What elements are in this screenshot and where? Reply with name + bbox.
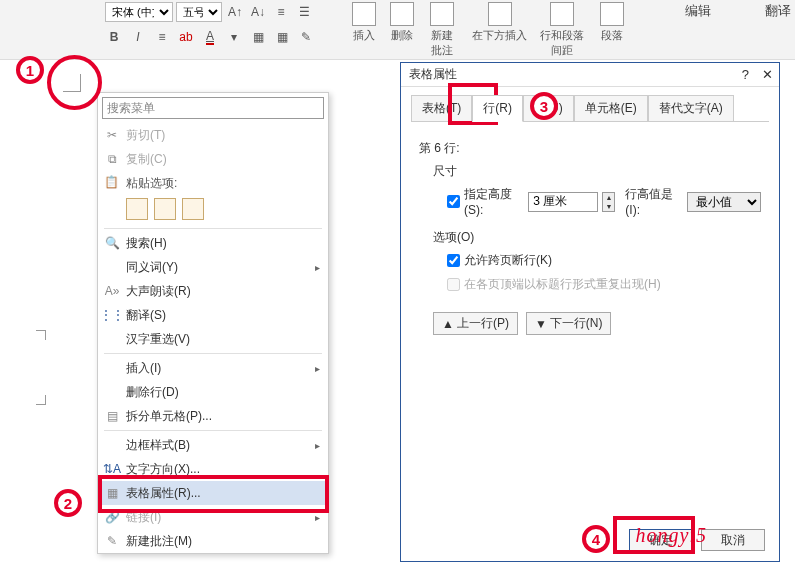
edit-menu-tab[interactable]: 编辑 xyxy=(685,2,711,20)
comment-icon xyxy=(430,2,454,26)
insert-group[interactable]: 插入 xyxy=(352,2,376,43)
page-corner xyxy=(63,74,81,92)
cancel-button[interactable]: 取消 xyxy=(701,529,765,551)
table-properties-dialog: 表格属性 ? ✕ 表格(T) 行(R) 列(U) 单元格(E) 替代文字(A) … xyxy=(400,62,780,562)
annotation-number-1: 1 xyxy=(16,56,44,84)
menu-table-properties[interactable]: ▦表格属性(R)... xyxy=(98,481,328,505)
height-is-label: 行高值是(I): xyxy=(625,186,682,217)
paste-options xyxy=(98,194,328,226)
next-row-button[interactable]: ▼下一行(N) xyxy=(526,312,612,335)
spacing-icon xyxy=(550,2,574,26)
search-icon: 🔍 xyxy=(104,235,120,251)
shrink-font-icon[interactable]: A↓ xyxy=(248,2,268,22)
menu-copy: ⧉复制(C) xyxy=(98,147,328,171)
paste-icon: 📋 xyxy=(104,175,119,189)
help-icon[interactable]: ? xyxy=(742,67,749,82)
menu-synonyms[interactable]: 同义词(Y)▸ xyxy=(98,255,328,279)
split-icon: ▤ xyxy=(104,408,120,424)
dialog-title: 表格属性 xyxy=(409,66,457,83)
dialog-tabs: 表格(T) 行(R) 列(U) 单元格(E) 替代文字(A) xyxy=(401,87,779,122)
align-icon[interactable]: ≡ xyxy=(153,28,171,46)
table-props-icon: ▦ xyxy=(104,485,120,501)
format-painter-icon[interactable]: ✎ xyxy=(297,28,315,46)
menu-cjk[interactable]: 汉字重选(V) xyxy=(98,327,328,351)
numbering-icon[interactable]: ☰ xyxy=(294,2,314,22)
chevron-right-icon: ▸ xyxy=(315,512,320,523)
tab-table[interactable]: 表格(T) xyxy=(411,95,472,122)
menu-insert[interactable]: 插入(I)▸ xyxy=(98,356,328,380)
row-header-label: 第 6 行: xyxy=(419,140,761,157)
link-icon: 🔗 xyxy=(104,509,120,525)
tab-row[interactable]: 行(R) xyxy=(472,95,523,122)
chevron-right-icon: ▸ xyxy=(315,363,320,374)
page-corner xyxy=(36,395,46,405)
translate-menu-tab[interactable]: 翻译 xyxy=(765,2,791,20)
shading-icon[interactable]: ▦ xyxy=(249,28,267,46)
prev-row-button[interactable]: ▲上一行(P) xyxy=(433,312,518,335)
menu-translate[interactable]: ⋮⋮翻译(S) xyxy=(98,303,328,327)
new-comment-group[interactable]: 新建 批注 xyxy=(430,2,454,58)
menu-border-style[interactable]: 边框样式(B)▸ xyxy=(98,433,328,457)
paste-keep-formatting-icon[interactable] xyxy=(126,198,148,220)
paste-merge-icon[interactable] xyxy=(154,198,176,220)
height-mode-select[interactable]: 最小值 xyxy=(687,192,761,212)
close-icon[interactable]: ✕ xyxy=(762,67,773,82)
delete-group[interactable]: 删除 xyxy=(390,2,414,43)
ribbon-toolbar: 宋体 (中文 五号 A↑ A↓ ≡ ☰ B I ≡ ab A ▾ ▦ ▦ ✎ 插… xyxy=(0,0,795,60)
annotation-number-4: 4 xyxy=(582,525,610,553)
tab-cell[interactable]: 单元格(E) xyxy=(574,95,648,122)
menu-new-comment[interactable]: ✎新建批注(M) xyxy=(98,529,328,553)
font-size-select[interactable]: 五号 xyxy=(176,2,222,22)
paragraph-icon xyxy=(600,2,624,26)
grow-font-icon[interactable]: A↑ xyxy=(225,2,245,22)
bold-icon[interactable]: B xyxy=(105,28,123,46)
menu-read-aloud[interactable]: A»大声朗读(R) xyxy=(98,279,328,303)
ok-button[interactable]: 确定 xyxy=(629,529,693,551)
triangle-up-icon: ▲ xyxy=(442,317,454,331)
allow-break-checkbox[interactable]: 允许跨页断行(K) xyxy=(447,252,552,269)
height-value-input[interactable] xyxy=(528,192,598,212)
spin-down-icon[interactable]: ▼ xyxy=(603,202,614,211)
chevron-right-icon: ▸ xyxy=(315,262,320,273)
insert-icon xyxy=(352,2,376,26)
size-label: 尺寸 xyxy=(433,163,761,180)
height-spinner[interactable]: ▲▼ xyxy=(602,192,615,212)
bullets-icon[interactable]: ≡ xyxy=(271,2,291,22)
copy-icon: ⧉ xyxy=(104,151,120,167)
delete-icon xyxy=(390,2,414,26)
context-menu: 搜索菜单 ✂剪切(T) ⧉复制(C) 📋粘贴选项: 🔍搜索(H) 同义词(Y)▸… xyxy=(97,92,329,554)
row-spacing-group[interactable]: 行和段落 间距 xyxy=(540,2,584,58)
tab-row-body: 第 6 行: 尺寸 指定高度(S): ▲▼ 行高值是(I): 最小值 选项(O)… xyxy=(411,121,769,347)
specify-height-checkbox[interactable]: 指定高度(S): xyxy=(447,186,524,217)
font-color-icon[interactable]: A xyxy=(201,28,219,46)
paste-options-label: 📋粘贴选项: xyxy=(98,171,328,194)
paste-text-only-icon[interactable] xyxy=(182,198,204,220)
insert-below-icon xyxy=(488,2,512,26)
options-label: 选项(O) xyxy=(433,229,761,246)
menu-search-item[interactable]: 🔍搜索(H) xyxy=(98,231,328,255)
speaker-icon: A» xyxy=(104,283,120,299)
italic-icon[interactable]: I xyxy=(129,28,147,46)
spin-up-icon[interactable]: ▲ xyxy=(603,193,614,202)
font-name-select[interactable]: 宋体 (中文 xyxy=(105,2,173,22)
menu-split-cells[interactable]: ▤拆分单元格(P)... xyxy=(98,404,328,428)
annotation-number-3: 3 xyxy=(530,92,558,120)
cut-icon: ✂ xyxy=(104,127,120,143)
menu-search-input[interactable]: 搜索菜单 xyxy=(102,97,324,119)
insert-below-group[interactable]: 在下方插入 xyxy=(472,2,527,43)
border-icon[interactable]: ▦ xyxy=(273,28,291,46)
dropdown-icon[interactable]: ▾ xyxy=(225,28,243,46)
chevron-right-icon: ▸ xyxy=(315,440,320,451)
dialog-titlebar: 表格属性 ? ✕ xyxy=(401,63,779,87)
comment-icon: ✎ xyxy=(104,533,120,549)
paragraph-group[interactable]: 段落 xyxy=(600,2,624,43)
repeat-header-checkbox: 在各页顶端以标题行形式重复出现(H) xyxy=(447,276,661,293)
text-direction-icon: ⇅A xyxy=(104,461,120,477)
highlight-icon[interactable]: ab xyxy=(177,28,195,46)
annotation-number-2: 2 xyxy=(54,489,82,517)
triangle-down-icon: ▼ xyxy=(535,317,547,331)
menu-delete-row[interactable]: 删除行(D) xyxy=(98,380,328,404)
menu-text-direction[interactable]: ⇅A文字方向(X)... xyxy=(98,457,328,481)
menu-link: 🔗链接(I)▸ xyxy=(98,505,328,529)
tab-alt-text[interactable]: 替代文字(A) xyxy=(648,95,734,122)
